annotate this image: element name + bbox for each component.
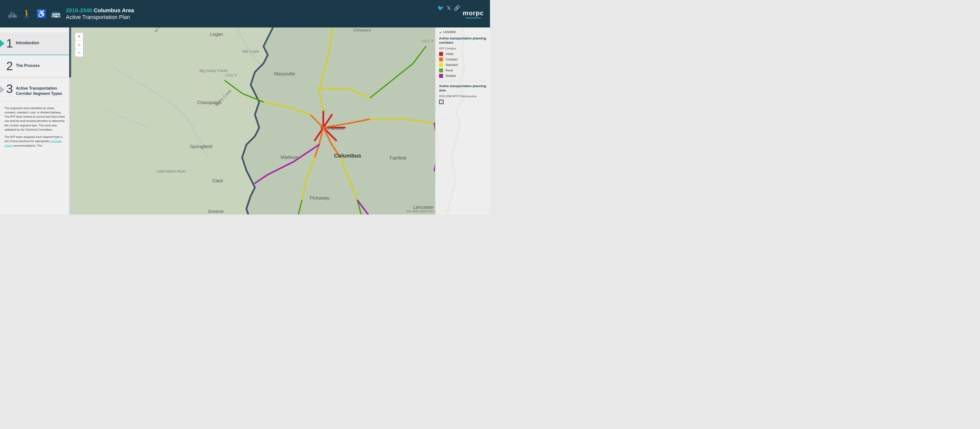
compact-swatch (439, 57, 443, 61)
nav-number-1: 1 (6, 37, 13, 49)
bike-icon: 🚲 (8, 9, 18, 19)
header-title-line2: Active Transportation Plan (66, 14, 134, 21)
header-title-block: 2016-2040 Columbus Area Active Transport… (66, 7, 134, 21)
wheelchair-icon: ♿ (37, 9, 46, 19)
svg-text:Fairfield: Fairfield (390, 155, 406, 161)
zoom-in-button[interactable]: + (75, 33, 83, 41)
active-arrow-indicator (0, 40, 5, 47)
legend-item-urban: Urban (439, 52, 486, 56)
header-title-rest: Columbus Area (92, 7, 134, 13)
facebook-icon[interactable]: 🐦 (438, 5, 444, 11)
legend-item-divided: Divided (439, 74, 486, 78)
svg-marker-14 (242, 27, 464, 215)
svg-text:Springfield: Springfield (190, 144, 212, 149)
divided-swatch (439, 74, 443, 78)
svg-text:Delaware: Delaware (353, 28, 371, 32)
nav-number-2: 2 (6, 60, 13, 72)
legend-subsection1: ATP Corridors (439, 47, 486, 50)
svg-text:Marysville: Marysville (274, 71, 295, 77)
sidebar: 1 Introduction 2 The Process 3 Active Tr… (0, 27, 71, 215)
legend-item-planning-area (439, 100, 486, 104)
svg-text:Franklin: Franklin (328, 126, 344, 131)
legend-planning-area-label: 2016-2040 MTP Planning area (439, 95, 486, 97)
svg-text:1542 ft: 1542 ft (225, 73, 237, 77)
legend-chevron-icon: ▲ (439, 31, 442, 33)
description-p2: The ATP team assigned each segment type … (5, 135, 67, 148)
nav-label-introduction: Introduction (16, 37, 39, 46)
morpc-logo: morpc (463, 9, 484, 19)
nav-number-3: 3 (6, 83, 13, 95)
home-button[interactable]: ⌂ (75, 41, 83, 49)
map-controls: + ⌂ − (75, 32, 83, 57)
bus-icon: 🚌 (51, 9, 61, 19)
link-icon[interactable]: 🔗 (454, 5, 460, 11)
sidebar-scrollbar[interactable] (69, 27, 71, 215)
sidebar-item-corridor[interactable]: 3 Active Transportation Corridor Segment… (0, 78, 71, 102)
inactive-arrow-indicator (0, 86, 5, 93)
legend-item-rural: Rural (439, 69, 486, 72)
rural-label: Rural (445, 69, 453, 72)
legend-section1-title: Active transportation planning corridors (439, 37, 486, 45)
header-icon-group: 🚲 🚶 ♿ 🚌 (8, 9, 61, 19)
legend-panel: ▲ LEGEND Active transportation planning … (435, 27, 490, 215)
sidebar-item-introduction[interactable]: 1 Introduction (0, 32, 71, 55)
svg-text:1421 ft: 1421 ft (422, 39, 434, 43)
legend-title: LEGEND (443, 30, 456, 33)
divided-label: Divided (445, 74, 455, 78)
header-year: 2016-2040 (66, 7, 92, 13)
planning-area-swatch (439, 100, 444, 104)
zoom-out-button[interactable]: − (75, 49, 83, 57)
legend-item-standard: Standard (439, 63, 486, 67)
map-svg: Marion Morrow Knox Union Delaware Delawa… (71, 27, 490, 215)
logo-text: morpc (463, 9, 484, 17)
header-social-icons: 🐦 𝕏 🔗 (438, 5, 460, 11)
twitter-icon[interactable]: 𝕏 (447, 5, 451, 11)
svg-text:Clark: Clark (212, 178, 223, 183)
urban-swatch (439, 52, 443, 56)
app-header: 🚲 🚶 ♿ 🚌 2016-2040 Columbus Area Active T… (0, 0, 490, 27)
svg-text:Mill Creek: Mill Creek (242, 49, 259, 53)
svg-text:Madison: Madison (280, 155, 298, 160)
svg-text:Greene: Greene (208, 209, 224, 214)
svg-text:Columbus: Columbus (334, 153, 361, 159)
urban-label: Urban (445, 52, 454, 56)
svg-text:Lancaster: Lancaster (413, 204, 434, 210)
description-p2-end: accommodations. The (14, 144, 42, 147)
walk-icon: 🚶 (22, 9, 32, 19)
nav-label-corridor: Active Transportation Corridor Segment T… (16, 83, 66, 96)
logo-underline (466, 18, 481, 19)
svg-text:Logan: Logan (210, 32, 223, 37)
map-container[interactable]: Marion Morrow Knox Union Delaware Delawa… (71, 27, 490, 215)
svg-text:Big Darby Creek: Big Darby Creek (199, 69, 228, 73)
svg-text:Little Miami River: Little Miami River (156, 169, 186, 173)
svg-text:Pickaway: Pickaway (310, 195, 329, 201)
rural-swatch (439, 69, 443, 72)
sidebar-scrollbar-thumb[interactable] (69, 27, 71, 77)
sidebar-item-process[interactable]: 2 The Process (0, 55, 71, 77)
compact-label: Compact (445, 58, 458, 61)
description-p1: The segments were identified as urban, c… (5, 106, 67, 132)
legend-item-compact: Compact (439, 57, 486, 61)
legend-header: ▲ LEGEND (439, 30, 486, 33)
main-container: 1 Introduction 2 The Process 3 Active Tr… (0, 27, 490, 215)
legend-section2-title: Active transportation planning area (439, 84, 486, 92)
sidebar-description: The segments were identified as urban, c… (0, 102, 71, 148)
standard-label: Standard (445, 63, 458, 67)
nav-label-process: The Process (16, 60, 40, 69)
standard-swatch (439, 63, 443, 67)
